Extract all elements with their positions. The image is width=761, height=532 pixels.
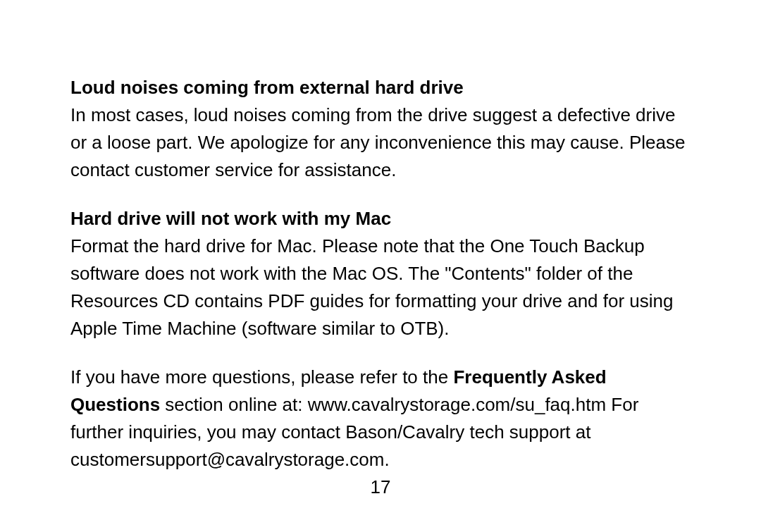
document-page: Loud noises coming from external hard dr…: [0, 0, 761, 532]
page-number: 17: [0, 476, 761, 498]
section-loud-noises: Loud noises coming from external hard dr…: [70, 74, 694, 184]
footer-text-pre: If you have more questions, please refer…: [70, 366, 453, 388]
section-mac: Hard drive will not work with my Mac For…: [70, 205, 694, 342]
footer-paragraph: If you have more questions, please refer…: [70, 364, 694, 474]
section-heading: Loud noises coming from external hard dr…: [70, 74, 694, 101]
section-body: In most cases, loud noises coming from t…: [70, 101, 694, 184]
section-heading: Hard drive will not work with my Mac: [70, 205, 694, 233]
section-body: Format the hard drive for Mac. Please no…: [70, 233, 694, 342]
